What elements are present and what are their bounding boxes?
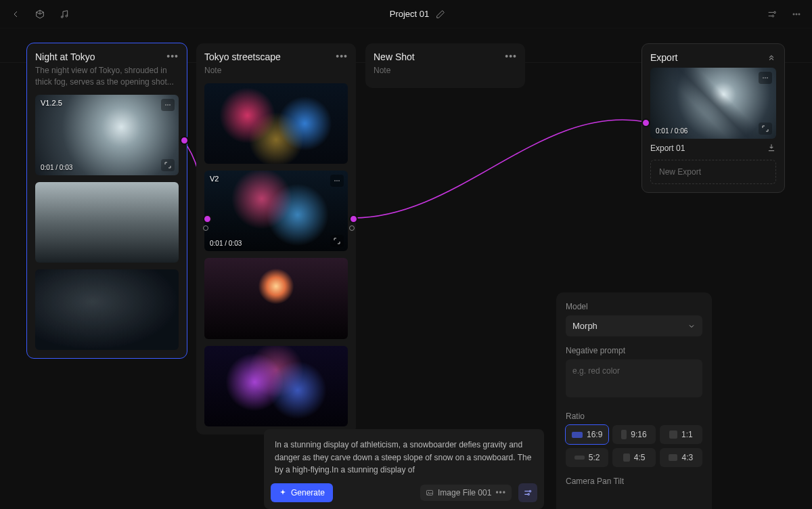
output-port[interactable]: [180, 136, 189, 145]
expand-icon[interactable]: [161, 159, 175, 171]
svg-point-5: [165, 104, 166, 106]
svg-point-0: [774, 12, 776, 14]
ratio-option-4-3[interactable]: 4:3: [660, 448, 702, 467]
model-select[interactable]: Morph: [566, 315, 702, 336]
expand-icon[interactable]: [330, 235, 344, 247]
svg-point-2: [793, 14, 794, 15]
version-badge: V2: [210, 175, 219, 183]
expand-icon[interactable]: [759, 123, 772, 135]
clip-more-icon[interactable]: [161, 99, 175, 111]
shot-card-streetscape[interactable]: Tokyo streetscape ••• Note V2 0:01 / 0:0…: [196, 43, 356, 435]
clip-thumbnail[interactable]: [204, 83, 348, 164]
generate-label: Generate: [291, 488, 325, 497]
card-more-icon[interactable]: •••: [505, 51, 517, 61]
svg-point-1: [772, 15, 774, 17]
ratio-option-5-2[interactable]: 5:2: [566, 448, 608, 467]
svg-point-10: [338, 180, 340, 181]
svg-point-17: [528, 493, 529, 495]
card-description: The night view of Tokyo, shrouded in thi…: [35, 65, 179, 88]
svg-point-4: [798, 14, 800, 15]
clip-thumbnail[interactable]: V1.2.5 0:01 / 0:03: [35, 95, 179, 175]
back-button[interactable]: [9, 8, 22, 20]
clip-thumbnail[interactable]: V2 0:01 / 0:03: [204, 171, 348, 251]
clip-more-icon[interactable]: [330, 175, 344, 187]
cube-icon[interactable]: [34, 8, 46, 20]
shot-card-night[interactable]: Night at Tokyo ••• The night view of Tok…: [27, 43, 187, 358]
card-subtitle: Note: [374, 65, 517, 76]
project-title: Project 01: [390, 9, 430, 19]
music-icon[interactable]: [58, 8, 70, 20]
svg-point-11: [763, 77, 764, 79]
prompt-text[interactable]: In a stunning display of athleticism, a …: [264, 429, 544, 483]
edit-title-icon[interactable]: [434, 8, 447, 20]
clip-time: 0:01 / 0:03: [41, 164, 72, 171]
open-port[interactable]: [203, 225, 208, 231]
clip-thumbnail[interactable]: [204, 258, 348, 338]
new-export-button[interactable]: New Export: [650, 160, 776, 184]
prompt-panel: In a stunning display of athleticism, a …: [264, 429, 544, 509]
download-icon[interactable]: [767, 143, 776, 154]
card-subtitle: Note: [204, 65, 348, 76]
card-title: Night at Tokyo: [35, 51, 95, 62]
model-value: Morph: [572, 321, 597, 331]
clip-thumbnail[interactable]: [35, 269, 179, 350]
attachment-chip[interactable]: Image File 001 •••: [420, 485, 512, 501]
svg-point-9: [336, 180, 338, 181]
card-title: New Shot: [374, 51, 415, 62]
negative-prompt-input[interactable]: [566, 359, 702, 397]
export-thumbnail[interactable]: 0:01 / 0:06: [650, 68, 776, 139]
generation-settings-panel: Model Morph Negative prompt Ratio 16:9 9…: [556, 292, 712, 509]
attachment-name: Image File 001: [438, 488, 491, 497]
input-port[interactable]: [641, 118, 650, 127]
version-badge: V1.2.5: [41, 99, 62, 107]
collapse-icon[interactable]: [767, 52, 776, 64]
export-title: Export: [650, 52, 677, 63]
clip-thumbnail[interactable]: [35, 182, 179, 263]
card-more-icon[interactable]: •••: [336, 51, 348, 61]
ratio-label: Ratio: [566, 412, 702, 421]
ratio-option-1-1[interactable]: 1:1: [660, 425, 702, 444]
clip-time: 0:01 / 0:03: [210, 240, 242, 247]
negative-prompt-label: Negative prompt: [566, 346, 702, 355]
svg-point-8: [334, 180, 336, 181]
ratio-option-16-9[interactable]: 16:9: [566, 425, 608, 444]
card-title: Tokyo streetscape: [204, 51, 281, 62]
more-menu-icon[interactable]: [790, 8, 803, 20]
open-port[interactable]: [349, 225, 355, 231]
camera-label: Camera Pan Tilt: [566, 477, 702, 486]
generate-button[interactable]: Generate: [271, 483, 333, 502]
export-item-name: Export 01: [650, 143, 685, 153]
svg-point-12: [765, 77, 766, 79]
model-label: Model: [566, 302, 702, 311]
shot-card-new[interactable]: New Shot ••• Note: [365, 43, 525, 88]
ratio-option-4-5[interactable]: 4:5: [612, 448, 655, 467]
input-port[interactable]: [203, 215, 212, 223]
chevron-down-icon: [687, 322, 696, 330]
svg-point-6: [167, 104, 168, 106]
card-more-icon[interactable]: •••: [166, 51, 179, 61]
output-port[interactable]: [349, 215, 358, 223]
svg-point-13: [767, 77, 768, 79]
export-card[interactable]: Export 0:01 / 0:06 Export 01 New Export: [641, 43, 785, 193]
svg-point-3: [796, 14, 797, 15]
ratio-option-9-16[interactable]: 9:16: [612, 425, 655, 444]
clip-thumbnail[interactable]: [204, 346, 348, 426]
clip-more-icon[interactable]: [759, 72, 772, 84]
svg-point-7: [169, 104, 171, 106]
adjust-button[interactable]: [518, 483, 537, 502]
settings-sliders-icon[interactable]: [766, 8, 778, 20]
svg-point-16: [529, 491, 531, 492]
export-time: 0:01 / 0:06: [656, 127, 687, 135]
attachment-more-icon[interactable]: •••: [495, 489, 506, 497]
